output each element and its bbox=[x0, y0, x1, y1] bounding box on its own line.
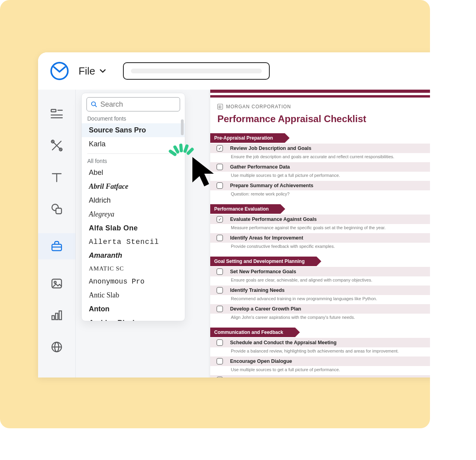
svg-rect-10 bbox=[56, 208, 61, 214]
checklist-item: Gather Performance Data bbox=[210, 162, 430, 172]
checklist-item-title: Review Job Description and Goals bbox=[230, 146, 311, 151]
checkbox[interactable] bbox=[217, 358, 223, 364]
checkbox[interactable] bbox=[217, 377, 223, 378]
font-option-anonymous-pro[interactable]: Anonymous Pro bbox=[82, 275, 185, 288]
tools-icon[interactable] bbox=[49, 138, 64, 153]
checklist-item-desc: Align John's career aspirations with the… bbox=[210, 314, 430, 322]
checkbox[interactable] bbox=[217, 287, 223, 293]
chevron-down-icon bbox=[99, 67, 106, 75]
stage-background: File bbox=[0, 0, 430, 428]
section-header-label: Performance Evaluation bbox=[210, 204, 280, 214]
globe-icon[interactable] bbox=[49, 339, 64, 355]
app-header: File bbox=[38, 52, 430, 90]
checklist-item-title: Address Questions and Concerns bbox=[230, 377, 310, 378]
section-header: Communication and Feedback bbox=[210, 328, 430, 337]
checkbox[interactable] bbox=[217, 216, 223, 222]
checklist-item: Prepare Summary of Achievements bbox=[210, 181, 430, 190]
checklist-item-desc: Ensure goals are clear, achievable, and … bbox=[210, 276, 430, 285]
checklist-item: Schedule and Conduct the Appraisal Meeti… bbox=[210, 338, 430, 347]
checkbox[interactable] bbox=[217, 164, 223, 170]
checklist-item-title: Identify Training Needs bbox=[230, 288, 285, 293]
section-header: Pre-Appraisal Preparation bbox=[210, 133, 430, 143]
chart-icon[interactable] bbox=[49, 308, 64, 323]
font-option-alfa-slab-one[interactable]: Alfa Slab One bbox=[82, 221, 185, 235]
font-search-input[interactable] bbox=[86, 97, 180, 111]
font-divider bbox=[87, 153, 179, 154]
svg-rect-15 bbox=[52, 316, 54, 320]
font-option-abril-fatface[interactable]: Abril Fatface bbox=[82, 180, 185, 194]
search-icon bbox=[91, 101, 97, 108]
checklist-item: Encourage Open Dialogue bbox=[210, 356, 430, 366]
font-search-field[interactable] bbox=[100, 100, 176, 109]
checklist-item-title: Schedule and Conduct the Appraisal Meeti… bbox=[230, 340, 336, 345]
checklist-item-title: Develop a Career Growth Plan bbox=[230, 306, 301, 312]
image-icon[interactable] bbox=[49, 276, 64, 291]
checkbox[interactable] bbox=[217, 268, 223, 275]
checklist-item-title: Identify Areas for Improvement bbox=[230, 235, 303, 241]
text-icon[interactable] bbox=[49, 170, 64, 185]
font-option-amaranth[interactable]: Amaranth bbox=[82, 249, 185, 263]
font-scroll-thumb[interactable] bbox=[181, 119, 184, 135]
font-option-antic-slab[interactable]: Antic Slab bbox=[82, 288, 185, 302]
checklist-item-title: Set New Performance Goals bbox=[230, 269, 296, 274]
title-placeholder bbox=[131, 69, 262, 73]
font-option-anton[interactable]: Anton bbox=[82, 302, 185, 316]
checklist-item-desc: Recommend advanced training in new progr… bbox=[210, 295, 430, 303]
checkbox[interactable] bbox=[217, 306, 223, 312]
checklist-item: Review Job Description and Goals bbox=[210, 144, 430, 153]
document-page: ▥ MORGAN CORPORATION Performance Apprais… bbox=[210, 90, 430, 378]
app-body: Document fonts Source Sans Pro Karla All… bbox=[38, 90, 430, 378]
shapes-icon[interactable] bbox=[49, 201, 64, 217]
briefcase-icon[interactable] bbox=[49, 239, 64, 254]
checklist-item: Develop a Career Growth Plan bbox=[210, 304, 430, 314]
font-option-archivo-black[interactable]: Archivo Black bbox=[82, 316, 185, 321]
svg-rect-1 bbox=[51, 109, 56, 112]
font-option-karla[interactable]: Karla bbox=[82, 137, 185, 151]
checkbox[interactable] bbox=[217, 235, 223, 241]
document-header: ▥ MORGAN CORPORATION Performance Apprais… bbox=[210, 98, 430, 128]
font-option-amatic-sc[interactable]: AMATIC SC bbox=[82, 263, 185, 275]
app-window: File bbox=[38, 52, 430, 378]
svg-line-22 bbox=[95, 105, 97, 107]
checklist-item: Address Questions and Concerns bbox=[210, 375, 430, 378]
app-logo-icon bbox=[50, 61, 69, 80]
checklist-item-title: Encourage Open Dialogue bbox=[230, 358, 292, 364]
checklist-item-desc: Ensure the job description and goals are… bbox=[210, 153, 430, 161]
font-option-aldrich[interactable]: Aldrich bbox=[82, 194, 185, 207]
checklist-item-desc: Question: remote work policy? bbox=[210, 190, 430, 199]
checkbox[interactable] bbox=[217, 182, 223, 189]
section-header: Performance Evaluation bbox=[210, 204, 430, 214]
checklist-item-desc: Measure performance against the specific… bbox=[210, 224, 430, 232]
file-menu[interactable]: File bbox=[79, 65, 106, 77]
font-option-abel[interactable]: Abel bbox=[82, 166, 185, 180]
company-line: ▥ MORGAN CORPORATION bbox=[217, 104, 425, 109]
checklist-item-title: Gather Performance Data bbox=[230, 164, 290, 170]
checkbox[interactable] bbox=[217, 145, 223, 151]
document-title-input[interactable] bbox=[123, 62, 270, 80]
side-panel: Document fonts Source Sans Pro Karla All… bbox=[75, 90, 196, 378]
checklist-item: Identify Areas for Improvement bbox=[210, 233, 430, 243]
building-icon: ▥ bbox=[217, 104, 223, 109]
document-sections: Pre-Appraisal PreparationReview Job Desc… bbox=[210, 133, 430, 378]
font-option-source-sans-pro[interactable]: Source Sans Pro bbox=[82, 123, 185, 137]
checkbox[interactable] bbox=[217, 339, 223, 346]
document-title: Performance Appraisal Checklist bbox=[217, 113, 425, 125]
all-fonts-label: All fonts bbox=[82, 156, 185, 166]
checklist-item-desc: Provide constructive feedback with speci… bbox=[210, 243, 430, 251]
font-option-allerta-stencil[interactable]: Allerta Stencil bbox=[82, 235, 185, 249]
section-header: Goal Setting and Development Planning bbox=[210, 257, 430, 266]
checklist-item-desc: Use multiple sources to get a full pictu… bbox=[210, 172, 430, 180]
checklist-item-desc: Use multiple sources to get a full pictu… bbox=[210, 366, 430, 374]
doc-border-top bbox=[210, 90, 430, 93]
font-option-alegreya[interactable]: Alegreya bbox=[82, 207, 185, 221]
layout-icon[interactable] bbox=[49, 106, 64, 121]
checklist-item-title: Prepare Summary of Achievements bbox=[230, 183, 313, 188]
section-header-label: Pre-Appraisal Preparation bbox=[210, 133, 285, 143]
svg-rect-16 bbox=[56, 313, 58, 320]
svg-point-14 bbox=[54, 282, 56, 284]
checklist-item: Set New Performance Goals bbox=[210, 267, 430, 276]
document-canvas[interactable]: ▥ MORGAN CORPORATION Performance Apprais… bbox=[196, 90, 430, 378]
svg-rect-17 bbox=[59, 311, 61, 320]
left-tool-rail bbox=[38, 90, 75, 378]
company-name: MORGAN CORPORATION bbox=[226, 104, 291, 109]
